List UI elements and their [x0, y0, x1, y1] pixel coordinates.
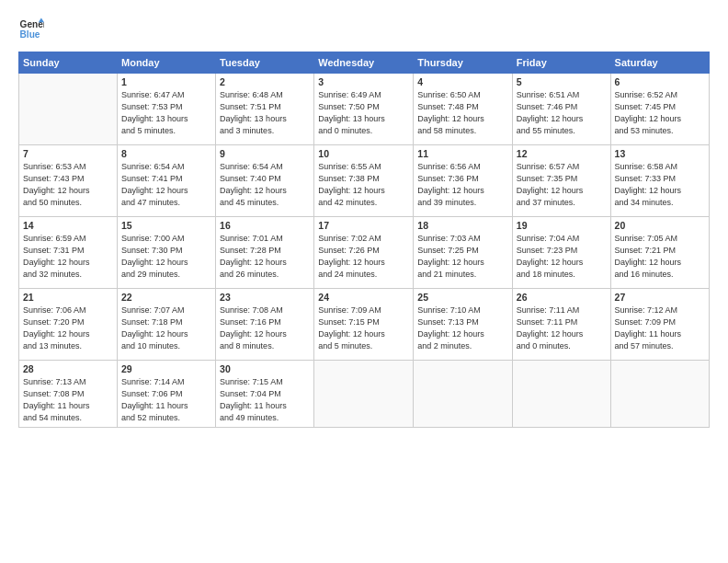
calendar-cell [512, 361, 610, 428]
calendar-cell: 18Sunrise: 7:03 AMSunset: 7:25 PMDayligh… [414, 217, 512, 289]
week-row-2: 7Sunrise: 6:53 AMSunset: 7:43 PMDaylight… [19, 145, 710, 217]
day-info: Sunrise: 6:53 AMSunset: 7:43 PMDaylight:… [23, 161, 113, 209]
day-info: Sunrise: 7:11 AMSunset: 7:11 PMDaylight:… [517, 304, 607, 352]
day-info: Sunrise: 7:13 AMSunset: 7:08 PMDaylight:… [23, 376, 113, 424]
day-number: 23 [220, 292, 310, 303]
weekday-wednesday: Wednesday [314, 52, 414, 74]
calendar-cell: 27Sunrise: 7:12 AMSunset: 7:09 PMDayligh… [610, 289, 709, 361]
day-number: 21 [23, 292, 113, 303]
day-number: 2 [220, 76, 310, 87]
day-number: 4 [417, 76, 507, 87]
logo: General Blue [18, 17, 44, 42]
day-number: 10 [318, 148, 409, 159]
calendar-cell: 28Sunrise: 7:13 AMSunset: 7:08 PMDayligh… [19, 361, 118, 428]
day-number: 30 [220, 363, 310, 374]
day-number: 11 [417, 148, 507, 159]
day-info: Sunrise: 7:01 AMSunset: 7:28 PMDaylight:… [220, 233, 310, 281]
weekday-friday: Friday [512, 52, 610, 74]
day-number: 8 [121, 148, 211, 159]
day-number: 1 [121, 76, 211, 87]
calendar-cell: 17Sunrise: 7:02 AMSunset: 7:26 PMDayligh… [314, 217, 414, 289]
calendar-cell: 5Sunrise: 6:51 AMSunset: 7:46 PMDaylight… [512, 74, 610, 145]
day-number: 22 [121, 292, 211, 303]
day-number: 13 [615, 148, 705, 159]
day-number: 16 [220, 220, 310, 231]
week-row-4: 21Sunrise: 7:06 AMSunset: 7:20 PMDayligh… [19, 289, 710, 361]
day-info: Sunrise: 7:10 AMSunset: 7:13 PMDaylight:… [417, 304, 507, 352]
calendar-cell: 10Sunrise: 6:55 AMSunset: 7:38 PMDayligh… [314, 145, 414, 217]
day-info: Sunrise: 6:57 AMSunset: 7:35 PMDaylight:… [517, 161, 607, 209]
calendar-cell: 23Sunrise: 7:08 AMSunset: 7:16 PMDayligh… [216, 289, 314, 361]
day-info: Sunrise: 6:52 AMSunset: 7:45 PMDaylight:… [615, 89, 705, 137]
calendar-cell: 6Sunrise: 6:52 AMSunset: 7:45 PMDaylight… [610, 74, 709, 145]
weekday-header-row: SundayMondayTuesdayWednesdayThursdayFrid… [19, 52, 710, 74]
day-info: Sunrise: 6:49 AMSunset: 7:50 PMDaylight:… [318, 89, 409, 137]
day-number: 17 [318, 220, 409, 231]
day-info: Sunrise: 7:09 AMSunset: 7:15 PMDaylight:… [318, 304, 409, 352]
weekday-saturday: Saturday [610, 52, 709, 74]
calendar-cell [19, 74, 118, 145]
calendar-cell [314, 361, 414, 428]
day-info: Sunrise: 6:47 AMSunset: 7:53 PMDaylight:… [121, 89, 211, 137]
calendar-cell: 25Sunrise: 7:10 AMSunset: 7:13 PMDayligh… [414, 289, 512, 361]
logo-icon: General Blue [18, 17, 44, 42]
day-number: 20 [615, 220, 705, 231]
day-number: 19 [517, 220, 607, 231]
calendar-body: 1Sunrise: 6:47 AMSunset: 7:53 PMDaylight… [19, 74, 710, 428]
day-info: Sunrise: 7:04 AMSunset: 7:23 PMDaylight:… [517, 233, 607, 281]
calendar-cell: 1Sunrise: 6:47 AMSunset: 7:53 PMDaylight… [118, 74, 216, 145]
day-info: Sunrise: 7:15 AMSunset: 7:04 PMDaylight:… [220, 376, 310, 424]
calendar-cell: 3Sunrise: 6:49 AMSunset: 7:50 PMDaylight… [314, 74, 414, 145]
weekday-tuesday: Tuesday [216, 52, 314, 74]
day-number: 9 [220, 148, 310, 159]
day-info: Sunrise: 7:00 AMSunset: 7:30 PMDaylight:… [121, 233, 211, 281]
day-info: Sunrise: 7:05 AMSunset: 7:21 PMDaylight:… [615, 233, 705, 281]
calendar-cell: 19Sunrise: 7:04 AMSunset: 7:23 PMDayligh… [512, 217, 610, 289]
day-info: Sunrise: 6:56 AMSunset: 7:36 PMDaylight:… [417, 161, 507, 209]
day-info: Sunrise: 6:58 AMSunset: 7:33 PMDaylight:… [615, 161, 705, 209]
calendar-cell [414, 361, 512, 428]
calendar-cell: 20Sunrise: 7:05 AMSunset: 7:21 PMDayligh… [610, 217, 709, 289]
day-number: 12 [517, 148, 607, 159]
calendar-cell: 22Sunrise: 7:07 AMSunset: 7:18 PMDayligh… [118, 289, 216, 361]
calendar-cell [610, 361, 709, 428]
day-info: Sunrise: 6:59 AMSunset: 7:31 PMDaylight:… [23, 233, 113, 281]
day-info: Sunrise: 7:14 AMSunset: 7:06 PMDaylight:… [121, 376, 211, 424]
day-info: Sunrise: 6:51 AMSunset: 7:46 PMDaylight:… [517, 89, 607, 137]
day-info: Sunrise: 6:54 AMSunset: 7:41 PMDaylight:… [121, 161, 211, 209]
day-info: Sunrise: 7:06 AMSunset: 7:20 PMDaylight:… [23, 304, 113, 352]
day-number: 27 [615, 292, 705, 303]
day-number: 3 [318, 76, 409, 87]
weekday-sunday: Sunday [19, 52, 118, 74]
day-info: Sunrise: 6:48 AMSunset: 7:51 PMDaylight:… [220, 89, 310, 137]
calendar-cell: 4Sunrise: 6:50 AMSunset: 7:48 PMDaylight… [414, 74, 512, 145]
calendar-cell: 26Sunrise: 7:11 AMSunset: 7:11 PMDayligh… [512, 289, 610, 361]
day-info: Sunrise: 7:08 AMSunset: 7:16 PMDaylight:… [220, 304, 310, 352]
calendar-cell: 24Sunrise: 7:09 AMSunset: 7:15 PMDayligh… [314, 289, 414, 361]
calendar-cell: 16Sunrise: 7:01 AMSunset: 7:28 PMDayligh… [216, 217, 314, 289]
day-info: Sunrise: 7:12 AMSunset: 7:09 PMDaylight:… [615, 304, 705, 352]
day-number: 26 [517, 292, 607, 303]
day-info: Sunrise: 6:54 AMSunset: 7:40 PMDaylight:… [220, 161, 310, 209]
day-info: Sunrise: 6:50 AMSunset: 7:48 PMDaylight:… [417, 89, 507, 137]
calendar-cell: 29Sunrise: 7:14 AMSunset: 7:06 PMDayligh… [118, 361, 216, 428]
calendar-cell: 11Sunrise: 6:56 AMSunset: 7:36 PMDayligh… [414, 145, 512, 217]
calendar-cell: 15Sunrise: 7:00 AMSunset: 7:30 PMDayligh… [118, 217, 216, 289]
day-number: 29 [121, 363, 211, 374]
page-header: General Blue [18, 17, 710, 42]
calendar-cell: 12Sunrise: 6:57 AMSunset: 7:35 PMDayligh… [512, 145, 610, 217]
calendar: SundayMondayTuesdayWednesdayThursdayFrid… [18, 52, 710, 428]
day-number: 6 [615, 76, 705, 87]
calendar-cell: 21Sunrise: 7:06 AMSunset: 7:20 PMDayligh… [19, 289, 118, 361]
day-info: Sunrise: 6:55 AMSunset: 7:38 PMDaylight:… [318, 161, 409, 209]
day-number: 28 [23, 363, 113, 374]
calendar-cell: 30Sunrise: 7:15 AMSunset: 7:04 PMDayligh… [216, 361, 314, 428]
weekday-monday: Monday [118, 52, 216, 74]
day-number: 15 [121, 220, 211, 231]
day-number: 24 [318, 292, 409, 303]
calendar-cell: 9Sunrise: 6:54 AMSunset: 7:40 PMDaylight… [216, 145, 314, 217]
calendar-cell: 13Sunrise: 6:58 AMSunset: 7:33 PMDayligh… [610, 145, 709, 217]
day-number: 14 [23, 220, 113, 231]
day-number: 7 [23, 148, 113, 159]
week-row-1: 1Sunrise: 6:47 AMSunset: 7:53 PMDaylight… [19, 74, 710, 145]
